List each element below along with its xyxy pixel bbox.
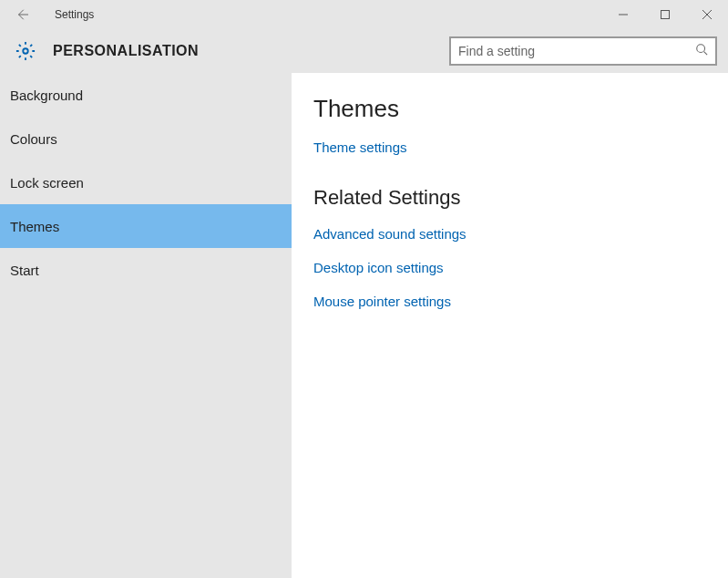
sidebar-item-themes[interactable]: Themes bbox=[0, 204, 292, 248]
svg-point-2 bbox=[697, 45, 705, 53]
link-mouse-pointer-settings[interactable]: Mouse pointer settings bbox=[313, 294, 728, 309]
sidebar-item-label: Lock screen bbox=[10, 175, 84, 191]
maximize-button[interactable] bbox=[644, 0, 686, 29]
sidebar-item-start[interactable]: Start bbox=[0, 248, 292, 292]
page-title: PERSONALISATION bbox=[53, 43, 199, 59]
window-controls bbox=[602, 0, 728, 29]
link-advanced-sound-settings[interactable]: Advanced sound settings bbox=[313, 226, 728, 242]
search-input[interactable] bbox=[458, 44, 695, 58]
gear-icon bbox=[15, 41, 36, 61]
header: PERSONALISATION bbox=[0, 29, 728, 73]
arrow-left-icon bbox=[15, 8, 28, 21]
related-heading: Related Settings bbox=[313, 186, 728, 210]
link-theme-settings[interactable]: Theme settings bbox=[313, 139, 728, 155]
body: Background Colours Lock screen Themes St… bbox=[0, 73, 728, 578]
sidebar: Background Colours Lock screen Themes St… bbox=[0, 73, 292, 578]
maximize-icon bbox=[661, 10, 670, 19]
close-icon bbox=[702, 10, 712, 19]
sidebar-item-label: Themes bbox=[10, 219, 59, 234]
window-title: Settings bbox=[55, 8, 94, 21]
sidebar-item-label: Background bbox=[10, 88, 83, 103]
content-heading: Themes bbox=[313, 95, 728, 123]
settings-gear[interactable] bbox=[7, 41, 44, 61]
search-box[interactable] bbox=[449, 36, 717, 66]
sidebar-item-colours[interactable]: Colours bbox=[0, 117, 292, 160]
sidebar-item-label: Start bbox=[10, 263, 39, 278]
search-icon bbox=[695, 43, 708, 59]
content: Themes Theme settings Related Settings A… bbox=[292, 73, 728, 578]
titlebar: Settings bbox=[0, 0, 728, 29]
minimize-button[interactable] bbox=[602, 0, 644, 29]
svg-point-1 bbox=[23, 48, 28, 54]
back-button[interactable] bbox=[0, 0, 44, 29]
sidebar-item-lock-screen[interactable]: Lock screen bbox=[0, 160, 292, 204]
sidebar-item-label: Colours bbox=[10, 131, 57, 147]
minimize-icon bbox=[619, 10, 628, 19]
close-button[interactable] bbox=[686, 0, 728, 29]
sidebar-item-background[interactable]: Background bbox=[0, 73, 292, 117]
svg-rect-0 bbox=[661, 11, 670, 19]
link-desktop-icon-settings[interactable]: Desktop icon settings bbox=[313, 260, 728, 275]
